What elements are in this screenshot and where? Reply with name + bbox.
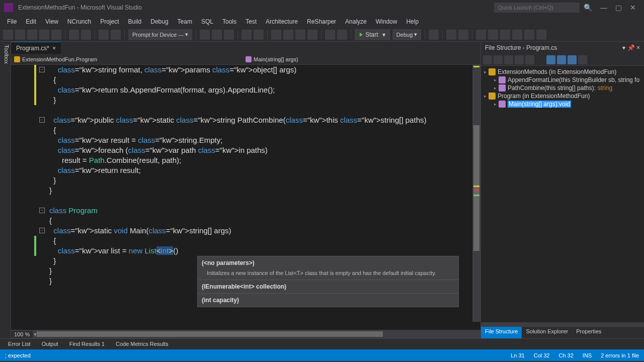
menu-bar: FileEditViewNCrunchProjectBuildDebugTeam…: [0, 15, 644, 28]
intellisense-signature[interactable]: (IEnumerable<int> collection): [198, 280, 458, 294]
menu-file[interactable]: File: [3, 17, 21, 27]
menu-build[interactable]: Build: [124, 17, 146, 27]
search-icon[interactable]: 🔍: [580, 4, 596, 12]
toolbar-button[interactable]: [476, 30, 486, 40]
toolbar-button[interactable]: [500, 30, 510, 40]
horizontal-scrollbar[interactable]: 100 %▾: [11, 330, 480, 338]
status-col: Col 32: [534, 352, 550, 358]
panel-tool-button[interactable]: [568, 55, 577, 64]
bottom-tab[interactable]: Error List: [3, 340, 36, 349]
toolbar-button[interactable]: [271, 30, 281, 40]
toolbar-button[interactable]: [242, 30, 252, 40]
vs-logo-icon: [4, 3, 13, 12]
tab-program-cs[interactable]: Program.cs* ×: [11, 42, 61, 54]
toolbar-button[interactable]: [446, 30, 456, 40]
toolbox-tab[interactable]: Toolbox: [0, 42, 11, 338]
toolbar-button[interactable]: [512, 30, 522, 40]
toolbar-button[interactable]: [111, 30, 121, 40]
maximize-button[interactable]: ▢: [611, 4, 626, 12]
tree-node[interactable]: ▸Main(string[] args):void: [482, 100, 643, 108]
toolbar-button[interactable]: [99, 30, 109, 40]
panel-pin-icon[interactable]: 📌: [627, 44, 635, 51]
toolbar-button[interactable]: [200, 30, 210, 40]
bottom-tab[interactable]: Find Results 1: [64, 340, 110, 349]
quick-launch-input[interactable]: [494, 3, 580, 13]
minimize-button[interactable]: —: [596, 4, 611, 12]
fold-icon[interactable]: −: [39, 208, 45, 213]
type-dropdown[interactable]: ExtensionMethodFun.Program: [11, 54, 243, 64]
menu-ncrunch[interactable]: NCrunch: [63, 17, 95, 27]
config-dropdown[interactable]: Debug ▾: [392, 29, 421, 40]
panel-tab[interactable]: Solution Explorer: [522, 327, 572, 338]
toolbar-button[interactable]: [429, 30, 439, 40]
close-button[interactable]: ✕: [626, 4, 640, 12]
panel-tabs: File StructureSolution ExplorerPropertie…: [481, 327, 644, 338]
toolbar-button[interactable]: [524, 30, 534, 40]
toolbar-button[interactable]: [337, 30, 347, 40]
tab-close-icon[interactable]: ×: [52, 45, 56, 52]
panel-menu-icon[interactable]: ▾: [622, 44, 625, 51]
bottom-tab[interactable]: Output: [37, 340, 63, 349]
menu-window[interactable]: Window: [372, 17, 401, 27]
menu-project[interactable]: Project: [96, 17, 123, 27]
nav-fwd-button[interactable]: [15, 30, 25, 40]
tree-node[interactable]: ▸PathCombine(this string[] paths):string: [482, 84, 643, 92]
toolbar-button[interactable]: [307, 30, 317, 40]
toolbar-button[interactable]: [224, 30, 234, 40]
menu-team[interactable]: Team: [174, 17, 196, 27]
intellisense-signature[interactable]: (int capacity): [198, 294, 458, 307]
zoom-level[interactable]: 100 %: [11, 331, 33, 338]
panel-tool-button[interactable]: [483, 55, 492, 64]
bottom-tab[interactable]: Code Metrics Results: [111, 340, 174, 349]
open-button[interactable]: [39, 30, 49, 40]
panel-tool-button[interactable]: [525, 55, 534, 64]
menu-analyze[interactable]: Analyze: [341, 17, 371, 27]
device-dropdown[interactable]: Prompt for Device --- ▾: [128, 29, 192, 40]
panel-tool-button[interactable]: [515, 55, 524, 64]
menu-help[interactable]: Help: [402, 17, 423, 27]
save-button[interactable]: [51, 30, 61, 40]
panel-tool-button[interactable]: [578, 55, 587, 64]
toolbar-button[interactable]: [254, 30, 264, 40]
member-dropdown[interactable]: Main(string[] args): [243, 54, 480, 64]
intellisense-signature[interactable]: (<no parameters>) Initializes a new inst…: [198, 256, 458, 280]
redo-button[interactable]: [81, 30, 91, 40]
panel-scrollbar[interactable]: [481, 323, 644, 327]
tree-node[interactable]: ▸AppendFormatLine(this StringBuilder sb,…: [482, 76, 643, 84]
menu-edit[interactable]: Edit: [22, 17, 40, 27]
toolbar-button[interactable]: [325, 30, 335, 40]
tree-node[interactable]: ▸Program (in ExtensionMethodFun): [482, 92, 643, 100]
status-errors[interactable]: 2 errors in 1 file: [601, 352, 639, 358]
start-debug-button[interactable]: Start ▾: [355, 29, 390, 40]
toolbar-button[interactable]: [536, 30, 546, 40]
vertical-scrollbar[interactable]: [472, 65, 480, 322]
menu-test[interactable]: Test: [242, 17, 261, 27]
fold-icon[interactable]: −: [39, 117, 45, 123]
menu-tools[interactable]: Tools: [218, 17, 240, 27]
panel-tab[interactable]: File Structure: [481, 327, 522, 338]
code-area[interactable]: − − − − class="kw">string format, class=…: [11, 65, 480, 330]
menu-debug[interactable]: Debug: [146, 17, 172, 27]
toolbar-button[interactable]: [212, 30, 222, 40]
undo-button[interactable]: [69, 30, 79, 40]
toolbar-button[interactable]: [458, 30, 468, 40]
nav-back-button[interactable]: [3, 30, 13, 40]
tree-node[interactable]: ▸ExtensionMethods (in ExtensionMethodFun…: [482, 68, 643, 76]
toolbar-button[interactable]: [283, 30, 293, 40]
menu-sql[interactable]: SQL: [197, 17, 217, 27]
menu-architecture[interactable]: Architecture: [262, 17, 302, 27]
panel-tool-button[interactable]: [546, 55, 555, 64]
fold-icon[interactable]: −: [39, 67, 45, 72]
panel-close-icon[interactable]: ×: [636, 44, 640, 51]
panel-tool-button[interactable]: [494, 55, 503, 64]
panel-tool-button[interactable]: [504, 55, 513, 64]
panel-tab[interactable]: Properties: [572, 327, 605, 338]
editor-navbar: ExtensionMethodFun.Program Main(string[]…: [11, 54, 480, 65]
menu-view[interactable]: View: [41, 17, 62, 27]
toolbar-button[interactable]: [295, 30, 305, 40]
new-project-button[interactable]: [27, 30, 37, 40]
toolbar-button[interactable]: [488, 30, 498, 40]
menu-resharper[interactable]: ReSharper: [303, 17, 340, 27]
fold-icon[interactable]: −: [39, 228, 45, 233]
panel-tool-button[interactable]: [557, 55, 566, 64]
